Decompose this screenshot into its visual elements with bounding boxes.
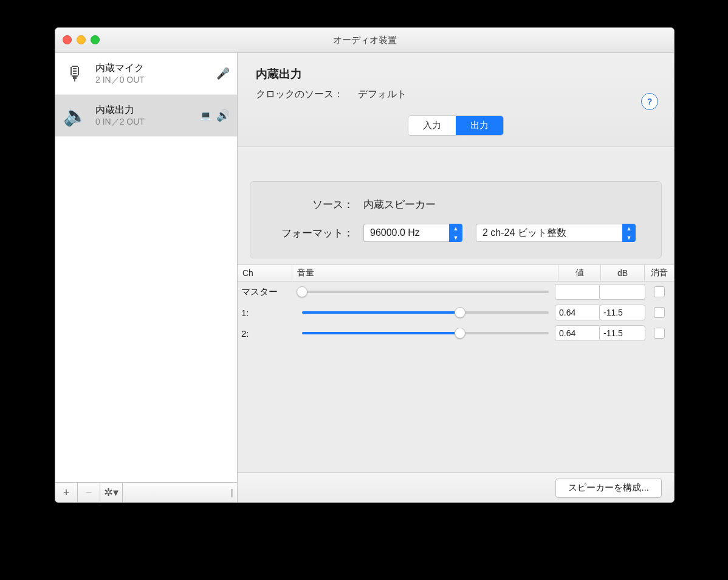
device-title: 内蔵出力: [256, 66, 656, 82]
value-field[interactable]: 0.64: [555, 325, 601, 341]
col-mute: 消音: [645, 265, 674, 281]
col-channel: Ch: [238, 265, 292, 281]
value-field[interactable]: [555, 284, 601, 300]
mute-checkbox[interactable]: [654, 286, 665, 297]
clock-source-value: デフォルト: [358, 89, 407, 99]
mute-checkbox[interactable]: [654, 307, 665, 318]
resize-grip-icon[interactable]: |||: [225, 483, 237, 502]
device-list-item[interactable]: 🔈内蔵出力0 IN／2 OUT💻🔊: [55, 95, 237, 137]
close-icon[interactable]: [63, 35, 72, 44]
device-io: 2 IN／0 OUT: [95, 75, 209, 86]
io-tab-control: 入力 出力: [408, 116, 504, 136]
window-title: オーディオ装置: [333, 35, 397, 46]
remove-device-button[interactable]: −: [78, 483, 100, 502]
sample-rate-combo[interactable]: 96000.0 Hz ▲▼: [363, 224, 462, 242]
db-field[interactable]: -11.5: [599, 305, 645, 320]
source-value: 内蔵スピーカー: [363, 198, 436, 212]
channel-label: 2:: [238, 328, 296, 339]
channel-table: Ch 音量 値 dB 消音 マスター1:0.64-11.52:0.64-11.5: [238, 264, 674, 344]
volume-slider[interactable]: [302, 311, 549, 314]
channel-label: マスター: [238, 286, 296, 298]
detail-footer: スピーカーを構成...: [238, 472, 674, 502]
window: オーディオ装置 🎙内蔵マイク2 IN／0 OUT🎤🔈内蔵出力0 IN／2 OUT…: [55, 27, 675, 503]
system-output-icon: 💻: [200, 110, 211, 121]
tab-input[interactable]: 入力: [408, 116, 456, 135]
volume-slider[interactable]: [302, 332, 549, 334]
bit-depth-value: 2 ch-24 ビット整数: [476, 224, 622, 242]
col-value: 値: [558, 265, 601, 281]
help-button[interactable]: ?: [641, 93, 658, 110]
value-field[interactable]: 0.64: [555, 305, 601, 320]
col-db: dB: [601, 265, 645, 281]
sample-rate-value: 96000.0 Hz: [363, 224, 449, 242]
channel-label: 1:: [238, 308, 296, 318]
stepper-icon[interactable]: ▲▼: [449, 224, 462, 242]
format-panel: ソース： 内蔵スピーカー フォーマット： 96000.0 Hz ▲▼ 2 ch-…: [250, 181, 662, 258]
add-device-button[interactable]: +: [55, 483, 78, 502]
default-output-icon: 🔊: [216, 109, 230, 122]
bit-depth-combo[interactable]: 2 ch-24 ビット整数 ▲▼: [476, 224, 636, 242]
table-row: マスター: [238, 281, 674, 302]
device-sidebar: 🎙内蔵マイク2 IN／0 OUT🎤🔈内蔵出力0 IN／2 OUT💻🔊 + − ✲…: [55, 53, 238, 502]
device-io: 0 IN／2 OUT: [95, 117, 193, 128]
speaker-icon: 🔈: [63, 103, 88, 128]
microphone-icon: 🎙: [63, 61, 88, 86]
minimize-icon[interactable]: [77, 35, 86, 44]
col-volume: 音量: [292, 265, 558, 281]
db-field[interactable]: [599, 284, 645, 300]
zoom-icon[interactable]: [91, 35, 100, 44]
table-header: Ch 音量 値 dB 消音: [238, 265, 674, 281]
format-label: フォーマット：: [263, 226, 363, 240]
mute-checkbox[interactable]: [654, 328, 665, 339]
volume-slider[interactable]: [302, 291, 549, 293]
device-list-item[interactable]: 🎙内蔵マイク2 IN／0 OUT🎤: [55, 53, 237, 95]
device-name: 内蔵マイク: [95, 62, 209, 75]
clock-source-label: クロックのソース：: [256, 89, 343, 99]
db-field[interactable]: -11.5: [599, 325, 645, 341]
titlebar: オーディオ装置: [55, 28, 674, 53]
sidebar-footer: + − ✲▾ |||: [55, 482, 237, 502]
table-row: 1:0.64-11.5: [238, 302, 674, 323]
source-label: ソース：: [263, 198, 363, 212]
configure-speakers-button[interactable]: スピーカーを構成...: [555, 478, 662, 498]
stepper-icon[interactable]: ▲▼: [622, 224, 636, 242]
table-row: 2:0.64-11.5: [238, 323, 674, 344]
detail-header: 内蔵出力 クロックのソース： デフォルト ? 入力 出力: [238, 53, 674, 147]
default-input-icon: 🎤: [216, 67, 230, 80]
tab-output[interactable]: 出力: [456, 116, 503, 135]
gear-menu-button[interactable]: ✲▾: [100, 483, 123, 502]
device-name: 内蔵出力: [95, 104, 193, 117]
